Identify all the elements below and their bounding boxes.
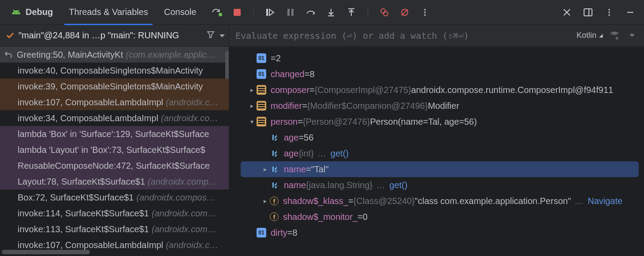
frame-location: (androidx.c… <box>166 97 218 108</box>
equals-sign: = <box>348 196 354 206</box>
tab-console[interactable]: Console <box>156 0 204 25</box>
filter-icon[interactable] <box>207 30 215 41</box>
stack-frame-row[interactable]: Layout:78, SurfaceKt$Surface$1(androidx.… <box>0 174 229 189</box>
svg-point-10 <box>383 11 388 16</box>
language-selector[interactable]: Kotlin◢ <box>577 31 603 40</box>
stack-frame-row[interactable]: invoke:40, ComposableSingletons$MainActi… <box>0 63 229 78</box>
stack-frame-row[interactable]: Greeting:50, MainActivityKt(com.example.… <box>0 47 229 63</box>
variable-row[interactable]: ▸name = "Tal" <box>241 161 639 177</box>
check-icon <box>6 30 14 41</box>
drop-frame-icon[interactable] <box>4 50 12 60</box>
classf-var-icon: f <box>270 197 279 205</box>
expression-bar: Evaluate expression (⏎) or add a watch (… <box>229 25 644 46</box>
ellipsis: … <box>376 180 385 190</box>
frame-label: ReusableComposeNode:472, SurfaceKt$Surfa… <box>18 161 210 171</box>
frame-label: invoke:114, SurfaceKt$Surface$1 <box>18 208 149 219</box>
variable-name: name <box>284 164 306 174</box>
field-var-icon <box>270 180 279 190</box>
frame-label: Greeting:50, MainActivityKt <box>17 50 123 60</box>
view-breakpoints-icon[interactable] <box>379 7 390 18</box>
add-watch-icon[interactable] <box>609 30 620 41</box>
frame-location: (androidx.co… <box>161 113 218 123</box>
variable-row[interactable]: ▾person = {Person@27476} Person(name=Tal… <box>229 114 644 130</box>
variable-row[interactable]: ·01dirty = 8 <box>229 225 644 241</box>
svg-point-22 <box>608 14 610 16</box>
horizontal-scrollbar[interactable] <box>2 250 90 254</box>
variable-type: {java.lang.String} <box>306 180 372 190</box>
stack-frame-row[interactable]: ReusableComposeNode:472, SurfaceKt$Surfa… <box>0 158 229 174</box>
variable-type: {Person@27476} <box>303 117 370 127</box>
equals-sign: = <box>287 228 293 238</box>
expand-icon[interactable]: ▸ <box>247 86 257 93</box>
expression-input[interactable]: Evaluate expression (⏎) or add a watch (… <box>235 30 570 41</box>
minimize-icon[interactable] <box>625 7 636 18</box>
step-out-icon[interactable] <box>346 7 357 18</box>
step-over-icon[interactable] <box>305 7 316 18</box>
variable-action-link[interactable]: get() <box>389 180 407 190</box>
svg-rect-35 <box>258 123 265 124</box>
stack-frame-row[interactable]: lambda 'Layout' in 'Box':73, SurfaceKt$S… <box>0 142 229 158</box>
step-into-icon[interactable] <box>325 7 337 18</box>
variable-row[interactable]: ▸fshadow$_klass_ = {Class@25240} "class … <box>229 193 644 209</box>
svg-rect-5 <box>287 9 290 16</box>
tab-debug-label: Debug <box>26 7 53 17</box>
stack-frame-row[interactable]: invoke:34, ComposableLambdaImpl(androidx… <box>0 110 229 126</box>
svg-rect-6 <box>291 9 294 16</box>
expand-icon[interactable]: ▸ <box>260 197 270 204</box>
thread-dropdown-icon[interactable] <box>219 30 225 41</box>
expand-icon[interactable]: ▸ <box>247 102 257 109</box>
collapse-icon[interactable]: ▾ <box>247 118 257 125</box>
svg-rect-18 <box>584 9 592 16</box>
equals-sign: = <box>305 69 310 79</box>
stack-frame-row[interactable]: invoke:107, ComposableLambdaImpl(android… <box>0 94 229 110</box>
variable-value: "class com.example.application.Person" <box>415 196 571 206</box>
tab-debug[interactable]: Debug <box>4 0 61 25</box>
rerun-icon[interactable] <box>211 7 223 18</box>
variable-row[interactable]: ·age {int} …get() <box>229 145 644 161</box>
variable-row[interactable]: ▸modifier = {Modifier$Companion@27496} M… <box>229 98 644 114</box>
variable-value: 8 <box>309 69 314 79</box>
variable-value: "Tal" <box>311 164 329 174</box>
stack-frame-row[interactable]: invoke:39, ComposableSingletons$MainActi… <box>0 78 229 94</box>
frame-location: (androidx.com… <box>152 208 216 219</box>
variable-name: person <box>271 117 298 127</box>
equals-sign: = <box>302 101 307 111</box>
tab-threads-variables[interactable]: Threads & Variables <box>61 0 156 25</box>
expand-icon[interactable]: ▸ <box>260 166 270 173</box>
expr-dropdown-icon[interactable] <box>626 30 638 41</box>
variable-row[interactable]: ·01changed = 8 <box>229 66 644 82</box>
mute-breakpoints-icon[interactable] <box>399 7 410 18</box>
variable-row[interactable]: ·age = 56 <box>229 130 644 145</box>
vertical-scrollbar[interactable] <box>225 51 229 79</box>
stack-frame-row[interactable]: Box:72, SurfaceKt$Surface$1(androidx.com… <box>0 189 229 205</box>
svg-rect-34 <box>258 121 265 122</box>
frame-location: (androidx.com… <box>152 224 216 234</box>
tab-console-label: Console <box>164 7 196 17</box>
stack-frame-row[interactable]: invoke:114, SurfaceKt$Surface$1(androidx… <box>0 205 229 221</box>
variable-row[interactable]: ·fshadow$_monitor_ = 0 <box>229 209 644 225</box>
stack-frame-row[interactable]: invoke:113, SurfaceKt$Surface$1(androidx… <box>0 221 229 237</box>
toolbar-divider <box>253 7 254 18</box>
layout-icon[interactable] <box>582 7 594 18</box>
variable-action-link[interactable]: get() <box>331 148 349 159</box>
debug-toolbar <box>211 7 561 18</box>
frame-location: (androidx.c… <box>166 240 218 250</box>
svg-point-9 <box>381 9 385 13</box>
field-var-icon <box>270 164 279 174</box>
more-icon[interactable] <box>419 7 431 18</box>
variable-name: dirty <box>271 228 287 238</box>
variable-row[interactable]: ·01= 2 <box>229 50 644 66</box>
stop-icon[interactable] <box>231 7 243 18</box>
close-icon[interactable] <box>561 7 573 18</box>
svg-rect-29 <box>258 91 265 93</box>
ellipsis: … <box>317 148 326 159</box>
resume-icon[interactable] <box>264 7 276 18</box>
options-icon[interactable] <box>603 7 615 18</box>
variable-row[interactable]: ▸composer = {ComposerImpl@27475} android… <box>229 82 644 98</box>
pause-icon[interactable] <box>285 7 296 18</box>
stack-frame-row[interactable]: lambda 'Box' in 'Surface':129, SurfaceKt… <box>0 126 229 142</box>
equals-sign: = <box>306 164 311 174</box>
variable-action-link[interactable]: Navigate <box>588 196 622 206</box>
variable-row[interactable]: ·name {java.lang.String} …get() <box>229 177 644 193</box>
thread-status[interactable]: "main"@24,884 in …p "main": RUNNING <box>0 25 229 46</box>
